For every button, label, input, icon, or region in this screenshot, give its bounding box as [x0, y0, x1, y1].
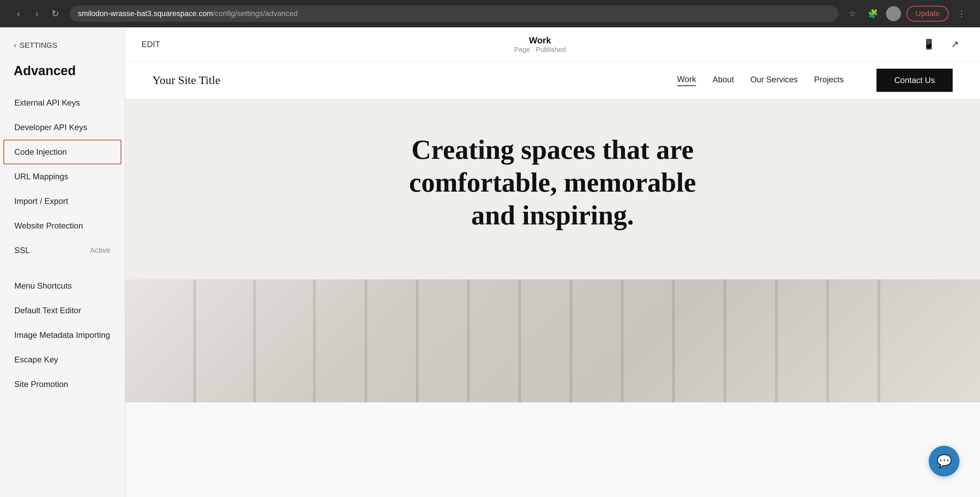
- sidebar-title: Advanced: [0, 60, 125, 91]
- sidebar-item-label: External API Keys: [14, 98, 80, 108]
- hero-headline: Creating spaces that are comfortable, me…: [399, 133, 706, 232]
- nav-link-work[interactable]: Work: [677, 75, 697, 86]
- main-layout: ‹ SETTINGS Advanced External API Keys De…: [0, 27, 980, 497]
- sidebar-item-label: Default Text Editor: [14, 306, 81, 315]
- sidebar-item-default-text-editor[interactable]: Default Text Editor: [0, 298, 125, 323]
- chat-button[interactable]: 💬: [929, 446, 959, 476]
- page-info: Work Page · Published: [514, 35, 566, 54]
- sidebar-item-menu-shortcuts[interactable]: Menu Shortcuts: [0, 274, 125, 298]
- image-section: [125, 279, 980, 402]
- star-icon[interactable]: ☆: [845, 6, 860, 21]
- browser-nav-buttons: ‹ › ↻: [11, 6, 63, 21]
- preview-area: EDIT Work Page · Published 📱 ↗ Your Site…: [125, 27, 980, 497]
- sidebar-item-website-protection[interactable]: Website Protection: [0, 213, 125, 238]
- ssl-badge: Active: [90, 246, 110, 255]
- sidebar-item-label: Developer API Keys: [14, 122, 87, 132]
- back-button[interactable]: ‹: [11, 6, 26, 21]
- forward-button[interactable]: ›: [29, 6, 45, 21]
- sidebar-item-label: Website Protection: [14, 221, 83, 230]
- settings-back[interactable]: ‹ SETTINGS: [0, 41, 125, 60]
- update-button[interactable]: Update: [907, 6, 948, 22]
- avatar[interactable]: [886, 6, 901, 21]
- url-text: smilodon-wrasse-bat3.squarespace.com/con…: [78, 9, 298, 18]
- sidebar-item-label: Menu Shortcuts: [14, 281, 72, 291]
- menu-icon[interactable]: ⋮: [954, 6, 969, 21]
- sidebar: ‹ SETTINGS Advanced External API Keys De…: [0, 27, 125, 497]
- address-bar[interactable]: smilodon-wrasse-bat3.squarespace.com/con…: [70, 5, 838, 22]
- sidebar-item-developer-api-keys[interactable]: Developer API Keys: [0, 115, 125, 140]
- page-title: Work: [514, 35, 566, 46]
- nav-link-our-services[interactable]: Our Services: [750, 75, 798, 86]
- sidebar-item-code-injection[interactable]: Code Injection: [3, 140, 121, 164]
- page-subtitle: Page · Published: [514, 46, 566, 54]
- nav-links: Work About Our Services Projects Contact…: [677, 69, 953, 92]
- preview-topbar-actions: 📱 ↗: [920, 35, 964, 53]
- site-logo: Your Site Title: [153, 74, 220, 87]
- edit-label[interactable]: EDIT: [142, 40, 160, 49]
- sidebar-item-label: Code Injection: [14, 147, 67, 157]
- external-link-icon[interactable]: ↗: [946, 35, 964, 53]
- mobile-preview-icon[interactable]: 📱: [920, 35, 938, 53]
- website-nav: Your Site Title Work About Our Services …: [125, 62, 980, 99]
- sidebar-item-url-mappings[interactable]: URL Mappings: [0, 164, 125, 189]
- nav-link-about[interactable]: About: [713, 75, 734, 86]
- sidebar-item-label: Escape Key: [14, 355, 58, 364]
- sidebar-item-ssl[interactable]: SSL Active: [0, 238, 125, 263]
- url-path: /config/settings/advanced: [213, 9, 298, 18]
- sidebar-item-label: URL Mappings: [14, 172, 68, 181]
- sidebar-item-label: SSL: [14, 246, 30, 255]
- curtain-background: [125, 279, 980, 402]
- nav-link-projects[interactable]: Projects: [814, 75, 844, 86]
- sidebar-item-label: Site Promotion: [14, 379, 68, 389]
- back-arrow-icon: ‹: [14, 41, 16, 50]
- website-preview: Your Site Title Work About Our Services …: [125, 62, 980, 497]
- preview-topbar: EDIT Work Page · Published 📱 ↗: [125, 27, 980, 62]
- curtain-lines: [125, 279, 980, 402]
- sidebar-item-external-api-keys[interactable]: External API Keys: [0, 91, 125, 115]
- browser-chrome: ‹ › ↻ smilodon-wrasse-bat3.squarespace.c…: [0, 0, 980, 27]
- sidebar-item-escape-key[interactable]: Escape Key: [0, 348, 125, 372]
- browser-actions: ☆ 🧩 Update ⋮: [845, 6, 969, 22]
- sidebar-item-site-promotion[interactable]: Site Promotion: [0, 372, 125, 397]
- settings-back-label: SETTINGS: [19, 41, 57, 50]
- sidebar-divider: [0, 263, 125, 274]
- sidebar-item-import-export[interactable]: Import / Export: [0, 189, 125, 213]
- extensions-icon[interactable]: 🧩: [865, 6, 881, 21]
- hero-section: Creating spaces that are comfortable, me…: [125, 99, 980, 279]
- sidebar-item-label: Import / Export: [14, 197, 68, 206]
- sidebar-item-label: Image Metadata Importing: [14, 330, 110, 340]
- url-base: smilodon-wrasse-bat3.squarespace.com: [78, 9, 213, 18]
- sidebar-item-image-metadata-importing[interactable]: Image Metadata Importing: [0, 323, 125, 348]
- refresh-button[interactable]: ↻: [48, 6, 63, 21]
- contact-us-button[interactable]: Contact Us: [877, 69, 953, 92]
